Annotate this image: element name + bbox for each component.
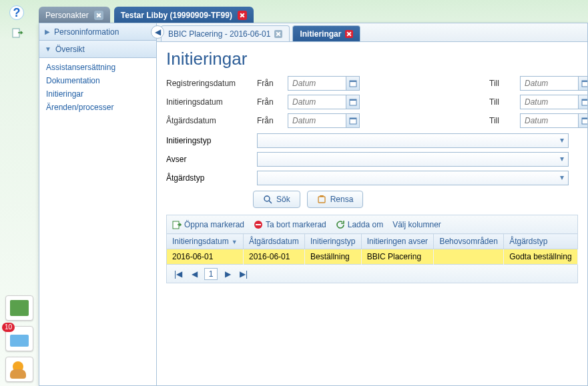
dashboard-tile-icon[interactable]	[5, 295, 33, 321]
button-label: Rensa	[330, 195, 354, 204]
open-selected-button[interactable]: Öppna markerad	[172, 220, 244, 229]
filter-button-row: Sök Rensa	[253, 191, 578, 208]
grid-header[interactable]: Åtgärdsdatum	[244, 234, 305, 249]
grid-cell: Beställning	[305, 249, 362, 265]
pager-prev-button[interactable]: ◀	[188, 268, 200, 280]
close-icon[interactable]	[274, 30, 282, 38]
pager-last-button[interactable]: ▶|	[238, 268, 250, 280]
svg-line-14	[269, 201, 272, 203]
sidebar-section-personinformation[interactable]: ▶ Personinformation ◀	[39, 23, 156, 41]
calendar-icon[interactable]	[578, 77, 587, 90]
sidebar: ▶ Personinformation ◀ ▼ Översikt Assista…	[39, 23, 157, 385]
clear-button[interactable]: Rensa	[307, 191, 364, 208]
sidebar-item-assistans[interactable]: Assistansersättning	[39, 61, 156, 74]
date-filter-grid: Registreringsdatum Från Till Initierings…	[166, 76, 578, 128]
svg-rect-4	[582, 81, 588, 82]
subtab-bbic[interactable]: BBIC Placering - 2016-06-01	[161, 25, 290, 41]
table-row[interactable]: 2016-06-012016-06-01BeställningBBIC Plac…	[167, 249, 578, 265]
collapse-sidebar-button[interactable]: ◀	[151, 25, 164, 39]
chevron-down-icon: ▼	[45, 45, 51, 53]
date-from-field[interactable]	[288, 76, 360, 91]
svg-rect-8	[582, 99, 588, 101]
window-tab-person[interactable]: Testar Libby (19990909-TF99)	[114, 7, 254, 24]
filter-label: Initieringstyp	[166, 136, 253, 145]
combo-initieringstyp[interactable]	[257, 133, 569, 148]
grid-header[interactable]: Behovsområden	[434, 234, 504, 249]
sidebar-item-dokumentation[interactable]: Dokumentation	[39, 74, 156, 87]
pager-next-button[interactable]: ▶	[222, 268, 234, 280]
date-to-field[interactable]	[520, 95, 587, 109]
delete-selected-button[interactable]: Ta bort markerad	[254, 220, 326, 229]
search-icon	[263, 195, 272, 204]
choose-columns-button[interactable]: Välj kolumner	[392, 220, 441, 229]
reload-icon	[336, 220, 345, 229]
help-icon[interactable]: ?	[9, 5, 24, 20]
svg-rect-10	[350, 118, 356, 119]
toolbar-label: Öppna markerad	[184, 220, 244, 229]
date-from-field[interactable]	[288, 95, 360, 109]
results-grid: Initieringsdatum▼ÅtgärdsdatumInitierings…	[166, 233, 578, 265]
calendar-icon[interactable]	[346, 95, 359, 109]
sidebar-section-label: Personinformation	[54, 27, 119, 37]
sidebar-item-label: Initieringar	[46, 89, 83, 99]
filter-label: Avser	[166, 155, 253, 164]
grid-header[interactable]: Åtgärdstyp	[504, 234, 578, 249]
sidebar-item-label: Ärenden/processer	[46, 103, 113, 112]
window-tab-label: Testar Libby (19990909-TF99)	[121, 11, 232, 20]
sidebar-section-oversikt[interactable]: ▼ Översikt	[39, 41, 156, 58]
subtab-label: Initieringar	[300, 29, 341, 39]
calendar-icon[interactable]	[578, 114, 587, 127]
grid-header[interactable]: Initieringen avser	[361, 234, 434, 249]
window-tabstrip: Personakter Testar Libby (19990909-TF99)	[39, 4, 588, 24]
inner-tabstrip: BBIC Placering - 2016-06-01 Initieringar	[157, 23, 587, 42]
close-icon[interactable]	[238, 11, 247, 20]
filter-label: Initieringsdatum	[166, 97, 253, 107]
to-label: Till	[489, 116, 516, 125]
page-title: Initieringar	[166, 49, 578, 69]
pager-first-button[interactable]: |◀	[172, 268, 184, 280]
reload-button[interactable]: Ladda om	[336, 220, 383, 229]
filter-label: Registreringsdatum	[166, 79, 253, 88]
grid-toolbar: Öppna markerad Ta bort markerad Ladda om…	[166, 215, 578, 233]
date-to-input[interactable]	[520, 95, 587, 109]
window-tab-personakter[interactable]: Personakter	[39, 7, 110, 24]
person-tile-icon[interactable]	[5, 357, 33, 382]
date-to-input[interactable]	[520, 76, 587, 91]
filter-label: Åtgärdstyp	[166, 173, 253, 183]
sidebar-item-label: Dokumentation	[46, 76, 100, 85]
from-label: Från	[257, 79, 284, 88]
pager-page-number[interactable]: 1	[204, 268, 218, 280]
window-tab-label: Personakter	[45, 11, 89, 20]
sidebar-section-label: Översikt	[55, 45, 85, 54]
combo-avser[interactable]	[257, 152, 569, 167]
date-to-field[interactable]	[520, 76, 587, 91]
sidebar-item-initieringar[interactable]: Initieringar	[39, 87, 156, 101]
subtab-label: BBIC Placering - 2016-06-01	[168, 29, 270, 39]
subtab-initieringar[interactable]: Initieringar	[292, 25, 360, 41]
folder-badge: 10	[2, 323, 15, 332]
pager: |◀ ◀ 1 ▶ ▶|	[166, 265, 578, 283]
grid-header[interactable]: Initieringsdatum▼	[167, 234, 244, 249]
sidebar-item-arenden[interactable]: Ärenden/processer	[39, 101, 156, 114]
grid-header[interactable]: Initieringstyp	[305, 234, 362, 249]
open-icon	[172, 220, 182, 229]
grid-cell: 2016-06-01	[167, 249, 244, 265]
combo-åtgärdstyp[interactable]	[257, 171, 569, 185]
search-button[interactable]: Sök	[253, 191, 300, 208]
calendar-icon[interactable]	[578, 95, 587, 109]
folder-tile-icon[interactable]: 10	[5, 326, 33, 351]
toolbar-label: Välj kolumner	[392, 220, 441, 229]
date-from-field[interactable]	[288, 113, 360, 128]
close-icon[interactable]	[94, 11, 103, 20]
date-to-field[interactable]	[520, 113, 587, 128]
calendar-icon[interactable]	[346, 114, 359, 127]
date-to-input[interactable]	[520, 113, 587, 128]
calendar-icon[interactable]	[346, 77, 359, 90]
svg-rect-18	[256, 224, 261, 225]
from-label: Från	[257, 97, 284, 107]
app-body: ▶ Personinformation ◀ ▼ Översikt Assista…	[39, 23, 588, 386]
export-icon[interactable]	[7, 24, 28, 43]
sidebar-list: Assistansersättning Dokumentation Initie…	[39, 58, 156, 117]
close-icon[interactable]	[345, 30, 353, 38]
to-label: Till	[489, 79, 516, 88]
